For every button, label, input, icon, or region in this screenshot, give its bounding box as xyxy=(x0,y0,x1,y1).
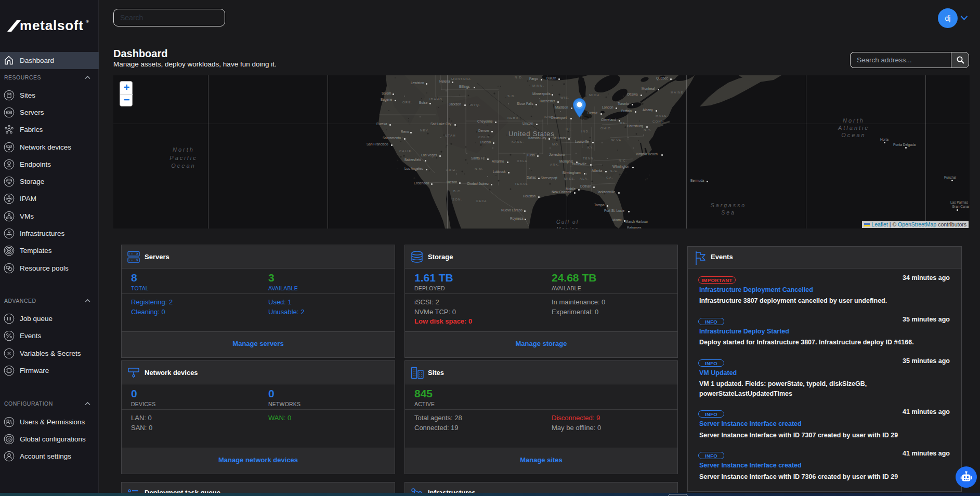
svg-text:®: ® xyxy=(86,19,89,24)
svg-text:metalsoft: metalsoft xyxy=(20,18,84,33)
